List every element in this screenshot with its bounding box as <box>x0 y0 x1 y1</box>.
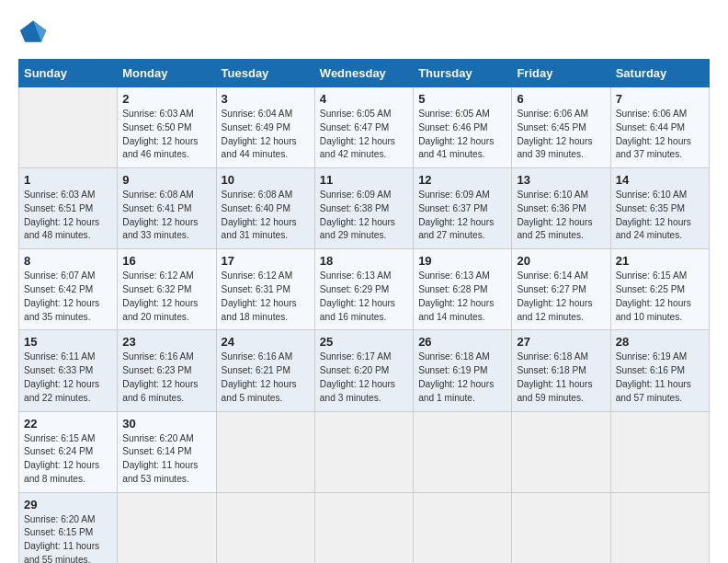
day-number: 22 <box>24 417 112 431</box>
calendar-cell <box>216 492 314 563</box>
calendar-cell: 6 Sunrise: 6:06 AMSunset: 6:45 PMDayligh… <box>512 87 610 168</box>
calendar-cell: 10 Sunrise: 6:08 AMSunset: 6:40 PMDaylig… <box>216 168 314 249</box>
calendar-cell: 26 Sunrise: 6:18 AMSunset: 6:19 PMDaylig… <box>414 330 512 411</box>
calendar-cell: 4 Sunrise: 6:05 AMSunset: 6:47 PMDayligh… <box>314 87 413 168</box>
day-number: 28 <box>616 335 704 349</box>
calendar-cell: 5 Sunrise: 6:05 AMSunset: 6:46 PMDayligh… <box>414 87 512 168</box>
page-header <box>18 18 710 44</box>
cell-content: Sunrise: 6:09 AMSunset: 6:38 PMDaylight:… <box>320 190 395 240</box>
cell-content: Sunrise: 6:17 AMSunset: 6:20 PMDaylight:… <box>320 351 395 402</box>
calendar-cell <box>314 411 413 492</box>
day-number: 14 <box>616 173 704 187</box>
calendar-week-2: 1 Sunrise: 6:03 AMSunset: 6:51 PMDayligh… <box>19 168 710 249</box>
cell-content: Sunrise: 6:03 AMSunset: 6:51 PMDaylight:… <box>24 190 99 240</box>
day-number: 25 <box>320 335 408 349</box>
calendar-cell: 11 Sunrise: 6:09 AMSunset: 6:38 PMDaylig… <box>314 168 413 249</box>
cell-content: Sunrise: 6:05 AMSunset: 6:47 PMDaylight:… <box>320 109 395 159</box>
calendar-week-6: 29 Sunrise: 6:20 AMSunset: 6:15 PMDaylig… <box>19 492 710 563</box>
day-number: 17 <box>222 254 310 268</box>
cell-content: Sunrise: 6:07 AMSunset: 6:42 PMDaylight:… <box>24 270 99 321</box>
header-row: SundayMondayTuesdayWednesdayThursdayFrid… <box>19 60 710 87</box>
calendar-week-4: 15 Sunrise: 6:11 AMSunset: 6:33 PMDaylig… <box>19 330 710 411</box>
day-number: 11 <box>320 173 408 187</box>
calendar-cell <box>216 411 314 492</box>
day-number: 2 <box>122 92 210 106</box>
cell-content: Sunrise: 6:15 AMSunset: 6:25 PMDaylight:… <box>616 270 691 321</box>
cell-content: Sunrise: 6:08 AMSunset: 6:40 PMDaylight:… <box>222 190 297 240</box>
day-number: 3 <box>222 92 310 106</box>
calendar-cell: 7 Sunrise: 6:06 AMSunset: 6:44 PMDayligh… <box>610 87 709 168</box>
calendar-cell <box>19 87 118 168</box>
calendar-cell <box>314 492 413 563</box>
day-number: 21 <box>616 254 704 268</box>
day-number: 5 <box>418 92 506 106</box>
day-header-wednesday: Wednesday <box>314 60 413 87</box>
cell-content: Sunrise: 6:19 AMSunset: 6:16 PMDaylight:… <box>616 351 691 402</box>
day-number: 16 <box>122 254 210 268</box>
calendar-cell <box>414 411 512 492</box>
calendar-cell: 30 Sunrise: 6:20 AMSunset: 6:14 PMDaylig… <box>118 411 216 492</box>
calendar-cell: 13 Sunrise: 6:10 AMSunset: 6:36 PMDaylig… <box>512 168 610 249</box>
calendar-cell: 25 Sunrise: 6:17 AMSunset: 6:20 PMDaylig… <box>314 330 413 411</box>
calendar-cell <box>512 411 610 492</box>
cell-content: Sunrise: 6:12 AMSunset: 6:32 PMDaylight:… <box>122 270 198 321</box>
cell-content: Sunrise: 6:16 AMSunset: 6:23 PMDaylight:… <box>122 351 198 402</box>
cell-content: Sunrise: 6:12 AMSunset: 6:31 PMDaylight:… <box>222 270 297 321</box>
day-number: 15 <box>24 335 112 349</box>
calendar-cell: 8 Sunrise: 6:07 AMSunset: 6:42 PMDayligh… <box>19 249 118 330</box>
day-number: 29 <box>24 498 112 511</box>
day-number: 18 <box>320 254 408 268</box>
calendar-cell: 22 Sunrise: 6:15 AMSunset: 6:24 PMDaylig… <box>19 411 118 492</box>
cell-content: Sunrise: 6:05 AMSunset: 6:46 PMDaylight:… <box>418 109 494 159</box>
day-number: 1 <box>24 173 112 187</box>
calendar-cell: 27 Sunrise: 6:18 AMSunset: 6:18 PMDaylig… <box>512 330 610 411</box>
day-header-monday: Monday <box>118 60 216 87</box>
cell-content: Sunrise: 6:18 AMSunset: 6:19 PMDaylight:… <box>418 351 494 402</box>
calendar-cell: 16 Sunrise: 6:12 AMSunset: 6:32 PMDaylig… <box>118 249 216 330</box>
cell-content: Sunrise: 6:16 AMSunset: 6:21 PMDaylight:… <box>222 351 297 402</box>
cell-content: Sunrise: 6:13 AMSunset: 6:28 PMDaylight:… <box>418 270 494 321</box>
calendar-cell: 14 Sunrise: 6:10 AMSunset: 6:35 PMDaylig… <box>610 168 709 249</box>
cell-content: Sunrise: 6:09 AMSunset: 6:37 PMDaylight:… <box>418 190 494 240</box>
cell-content: Sunrise: 6:03 AMSunset: 6:50 PMDaylight:… <box>122 109 198 159</box>
calendar-cell: 3 Sunrise: 6:04 AMSunset: 6:49 PMDayligh… <box>216 87 314 168</box>
day-number: 10 <box>222 173 310 187</box>
day-number: 30 <box>122 417 210 431</box>
calendar-cell: 15 Sunrise: 6:11 AMSunset: 6:33 PMDaylig… <box>19 330 118 411</box>
calendar-cell: 21 Sunrise: 6:15 AMSunset: 6:25 PMDaylig… <box>610 249 709 330</box>
day-number: 26 <box>418 335 506 349</box>
day-number: 12 <box>418 173 506 187</box>
calendar-week-3: 8 Sunrise: 6:07 AMSunset: 6:42 PMDayligh… <box>19 249 710 330</box>
day-number: 9 <box>122 173 210 187</box>
cell-content: Sunrise: 6:04 AMSunset: 6:49 PMDaylight:… <box>222 109 297 159</box>
logo <box>18 18 51 44</box>
cell-content: Sunrise: 6:20 AMSunset: 6:15 PMDaylight:… <box>24 514 99 563</box>
cell-content: Sunrise: 6:06 AMSunset: 6:44 PMDaylight:… <box>616 109 691 159</box>
calendar-cell <box>610 411 709 492</box>
calendar-cell: 28 Sunrise: 6:19 AMSunset: 6:16 PMDaylig… <box>610 330 709 411</box>
cell-content: Sunrise: 6:18 AMSunset: 6:18 PMDaylight:… <box>517 351 592 402</box>
calendar-cell: 24 Sunrise: 6:16 AMSunset: 6:21 PMDaylig… <box>216 330 314 411</box>
cell-content: Sunrise: 6:14 AMSunset: 6:27 PMDaylight:… <box>517 270 592 321</box>
calendar-week-5: 22 Sunrise: 6:15 AMSunset: 6:24 PMDaylig… <box>19 411 710 492</box>
day-number: 19 <box>418 254 506 268</box>
calendar-cell: 17 Sunrise: 6:12 AMSunset: 6:31 PMDaylig… <box>216 249 314 330</box>
cell-content: Sunrise: 6:10 AMSunset: 6:35 PMDaylight:… <box>616 190 691 240</box>
cell-content: Sunrise: 6:15 AMSunset: 6:24 PMDaylight:… <box>24 433 99 484</box>
cell-content: Sunrise: 6:08 AMSunset: 6:41 PMDaylight:… <box>122 190 198 240</box>
calendar-cell <box>512 492 610 563</box>
calendar-cell: 1 Sunrise: 6:03 AMSunset: 6:51 PMDayligh… <box>19 168 118 249</box>
day-number: 8 <box>24 254 112 268</box>
calendar-week-1: 2 Sunrise: 6:03 AMSunset: 6:50 PMDayligh… <box>19 87 710 168</box>
calendar-cell: 2 Sunrise: 6:03 AMSunset: 6:50 PMDayligh… <box>118 87 216 168</box>
day-number: 4 <box>320 92 408 106</box>
calendar-cell: 19 Sunrise: 6:13 AMSunset: 6:28 PMDaylig… <box>414 249 512 330</box>
day-number: 24 <box>222 335 310 349</box>
calendar-cell <box>414 492 512 563</box>
calendar-cell <box>610 492 709 563</box>
day-header-tuesday: Tuesday <box>216 60 314 87</box>
day-header-sunday: Sunday <box>19 60 118 87</box>
calendar-table: SundayMondayTuesdayWednesdayThursdayFrid… <box>18 59 710 563</box>
calendar-cell: 29 Sunrise: 6:20 AMSunset: 6:15 PMDaylig… <box>19 492 118 563</box>
cell-content: Sunrise: 6:10 AMSunset: 6:36 PMDaylight:… <box>517 190 592 240</box>
